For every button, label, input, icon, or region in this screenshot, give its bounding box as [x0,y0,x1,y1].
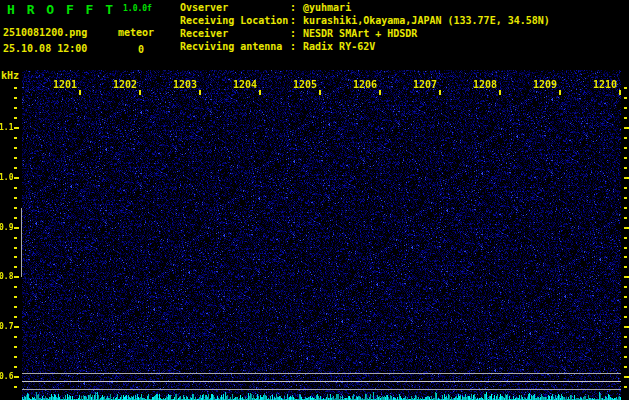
info-row-label: Receiving Location [180,16,288,26]
freq-minor-tick [14,296,17,298]
freq-minor-tick [14,247,17,249]
time-tick [619,90,621,95]
time-tick [199,90,201,95]
freq-minor-tick-right [624,137,627,139]
freq-minor-tick [14,207,17,209]
time-tick-label: 1203 [172,80,197,90]
time-tick-label: 1205 [292,80,317,90]
freq-major-tick [14,376,19,378]
freq-minor-tick [14,336,17,338]
freq-tick-label: 0.9 [0,224,12,232]
freq-minor-tick-right [624,286,627,288]
freq-minor-tick-right [624,336,627,338]
time-tick-label: 1204 [232,80,257,90]
freq-minor-tick [14,117,17,119]
freq-major-tick [14,127,19,129]
freq-minor-tick-right [624,346,627,348]
time-tick [379,90,381,95]
freq-major-tick-right [624,127,629,129]
freq-major-tick-right [624,326,629,328]
freq-minor-tick [14,197,17,199]
freq-minor-tick [14,137,17,139]
freq-minor-tick-right [624,296,627,298]
time-tick [439,90,441,95]
freq-minor-tick-right [624,197,627,199]
time-tick [259,90,261,95]
freq-major-tick-right [624,227,629,229]
freq-tick-label: 1.0 [0,174,12,182]
hrofft-window: H R O F F T 1.0.0f 2510081200.png meteor… [0,0,629,400]
freq-minor-tick-right [624,207,627,209]
meteor-count-value: 0 [138,45,144,55]
app-version: 1.0.0f [123,5,152,13]
freq-minor-tick-right [624,147,627,149]
freq-minor-tick [14,87,17,89]
freq-minor-tick [14,346,17,348]
time-tick-label: 1210 [592,80,617,90]
freq-minor-tick [14,356,17,358]
freq-minor-tick-right [624,306,627,308]
freq-minor-tick-right [624,356,627,358]
freq-minor-tick [14,286,17,288]
freq-minor-tick-right [624,167,627,169]
info-row-colon: : [290,29,296,39]
freq-minor-tick [14,187,17,189]
meteor-count-label: meteor [118,28,154,38]
freq-minor-tick [14,157,17,159]
time-tick-label: 1202 [112,80,137,90]
freq-minor-tick-right [624,256,627,258]
freq-minor-tick [14,316,17,318]
spectrogram-canvas [22,70,621,400]
freq-minor-tick-right [624,97,627,99]
app-title: H R O F F T [7,3,115,16]
time-tick [319,90,321,95]
freq-minor-tick-right [624,237,627,239]
freq-minor-tick [14,386,17,388]
freq-minor-tick [14,266,17,268]
freq-minor-tick-right [624,217,627,219]
freq-major-tick [14,326,19,328]
freq-minor-tick-right [624,117,627,119]
time-tick-label: 1208 [472,80,497,90]
freq-minor-tick [14,237,17,239]
freq-minor-tick-right [624,187,627,189]
info-row-value: @yuhmari [303,3,351,13]
freq-tick-label: 1.1 [0,124,12,132]
freq-minor-tick [14,256,17,258]
time-tick-label: 1207 [412,80,437,90]
freq-minor-tick-right [624,247,627,249]
freq-tick-label: 0.6 [0,373,12,381]
info-row-value: kurashiki,Okayama,JAPAN (133.77E, 34.58N… [303,16,550,26]
info-row-value: Radix RY-62V [303,42,375,52]
time-tick-label: 1201 [52,80,77,90]
info-row-colon: : [290,16,296,26]
freq-minor-tick-right [624,316,627,318]
left-edge-marker-line [21,208,22,278]
freq-major-tick [14,227,19,229]
info-row-label: Ovserver [180,3,228,13]
freq-major-tick-right [624,177,629,179]
freq-minor-tick-right [624,157,627,159]
freq-major-tick-right [624,376,629,378]
freq-minor-tick-right [624,366,627,368]
time-tick [559,90,561,95]
info-row-colon: : [290,42,296,52]
time-tick [499,90,501,95]
frequency-unit-label: kHz [1,71,19,81]
info-row-value: NESDR SMArt + HDSDR [303,29,417,39]
freq-tick-label: 0.8 [0,273,12,281]
freq-minor-tick [14,366,17,368]
output-filename: 2510081200.png [3,28,87,38]
freq-minor-tick [14,147,17,149]
freq-major-tick-right [624,276,629,278]
freq-minor-tick [14,167,17,169]
freq-major-tick [14,177,19,179]
info-row-label: Recviving antenna [180,42,282,52]
info-row-label: Receiver [180,29,228,39]
freq-minor-tick [14,217,17,219]
freq-minor-tick [14,97,17,99]
freq-tick-label: 0.7 [0,323,12,331]
freq-minor-tick-right [624,386,627,388]
time-tick [139,90,141,95]
time-tick-label: 1209 [532,80,557,90]
